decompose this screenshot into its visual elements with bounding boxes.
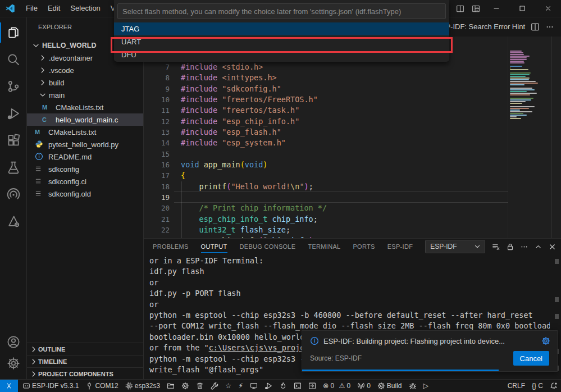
activity-item-esp-idf-explorer[interactable] bbox=[0, 181, 26, 208]
output-path-link[interactable]: c:\Users\cjs\vs_proje bbox=[209, 343, 305, 352]
activity-item-testing[interactable] bbox=[0, 154, 26, 181]
status-forwarded-ports[interactable]: 0 bbox=[354, 380, 374, 392]
activity-item-esp-idf-tools[interactable] bbox=[0, 208, 26, 235]
close-button[interactable] bbox=[535, 0, 561, 17]
panel-tab-debug-console[interactable]: DEBUG CONSOLE bbox=[240, 239, 296, 254]
code-line[interactable]: 9#include "sdkconfig.h" bbox=[144, 84, 508, 94]
status-language-mode[interactable]: {} C bbox=[528, 380, 546, 392]
code-line[interactable]: 18 printf("Hello world!\n"); bbox=[144, 181, 508, 192]
quick-pick-item-jtag[interactable]: JTAG bbox=[114, 22, 449, 35]
tree-item-pytest-hello-world-py[interactable]: pytest_hello_world.py bbox=[27, 138, 143, 151]
code-line[interactable]: 22 uint32_t flash_size; bbox=[144, 225, 508, 235]
line-number: 13 bbox=[144, 127, 170, 138]
activity-item-run-debug[interactable] bbox=[0, 100, 26, 127]
cancel-button[interactable]: Cancel bbox=[513, 351, 549, 366]
lock-scroll-icon[interactable] bbox=[506, 243, 514, 251]
status-device-target[interactable]: esp32s3 bbox=[122, 380, 163, 392]
code-line[interactable]: 12#include "esp_chip_info.h" bbox=[144, 116, 508, 127]
code-line[interactable]: 11#include "freertos/task.h" bbox=[144, 105, 508, 116]
code-line[interactable]: 17{ bbox=[144, 170, 508, 181]
code-line[interactable]: 13#include "esp_flash.h" bbox=[144, 127, 508, 138]
more-actions-icon[interactable] bbox=[545, 22, 554, 31]
panel-tab-ports[interactable]: PORTS bbox=[353, 239, 375, 254]
code-line[interactable]: 21 esp_chip_info_t chip_info; bbox=[144, 214, 508, 225]
status-full-clean[interactable] bbox=[193, 380, 207, 392]
status-serial-port[interactable]: COM12 bbox=[82, 380, 121, 392]
clear-output-icon[interactable] bbox=[492, 243, 500, 251]
code-editor[interactable]: 7#include <stdio.h>8#include <inttypes.h… bbox=[144, 37, 561, 238]
tree-item-sdkconfig[interactable]: sdkconfig bbox=[27, 163, 143, 175]
maximize-button[interactable] bbox=[509, 0, 535, 17]
panel-tab-esp-idf[interactable]: ESP-IDF bbox=[387, 239, 413, 254]
status-monitor-device[interactable] bbox=[247, 380, 261, 392]
maximize-panel-icon[interactable] bbox=[534, 243, 542, 251]
code-line[interactable]: 7#include <stdio.h> bbox=[144, 62, 508, 72]
minimize-button[interactable] bbox=[484, 0, 509, 17]
minimap[interactable] bbox=[508, 37, 552, 238]
quick-pick-item-uart[interactable]: UART bbox=[114, 35, 449, 48]
minimap-line bbox=[510, 101, 526, 102]
activity-item-extensions[interactable] bbox=[0, 127, 26, 154]
tree-item-readme-md[interactable]: README.md bbox=[27, 151, 143, 163]
activity-item-explorer[interactable] bbox=[0, 19, 26, 46]
status-remote-indicator[interactable] bbox=[0, 380, 18, 392]
panel-tab-terminal[interactable]: TERMINAL bbox=[308, 239, 340, 254]
quick-pick-item-dfu[interactable]: DFU bbox=[114, 48, 449, 61]
split-editor-icon[interactable] bbox=[531, 22, 540, 31]
tree-item-build[interactable]: build bbox=[27, 76, 143, 89]
status-flash-device[interactable]: ⚡ bbox=[235, 380, 247, 392]
status-build-task-running[interactable]: Build bbox=[374, 380, 405, 392]
tree-item--vscode[interactable]: .vscode bbox=[27, 64, 143, 76]
code-line[interactable]: 8#include <inttypes.h> bbox=[144, 72, 508, 83]
editor-scrollbar[interactable] bbox=[551, 37, 561, 238]
code-line[interactable]: 10#include "freertos/FreeRTOS.h" bbox=[144, 94, 508, 105]
status-open-project[interactable] bbox=[163, 380, 178, 392]
status-debug-device[interactable] bbox=[261, 380, 276, 392]
tree-item-cmakelists-txt[interactable]: MCMakeLists.txt bbox=[27, 101, 143, 113]
quick-pick-input[interactable] bbox=[118, 7, 445, 16]
panel-tab-output[interactable]: OUTPUT bbox=[201, 239, 227, 254]
menu-edit[interactable]: Edit bbox=[43, 2, 65, 15]
menu-file[interactable]: File bbox=[21, 2, 43, 15]
status-problems-counter[interactable]: ⊗0⚠0 bbox=[320, 380, 354, 392]
output-channel-select[interactable]: ESP-IDF bbox=[425, 240, 485, 253]
status-execute-custom-task[interactable] bbox=[305, 380, 320, 392]
customize-layout-icon[interactable] bbox=[468, 0, 484, 17]
panel-more-actions-icon[interactable] bbox=[520, 243, 528, 251]
minimap-line bbox=[510, 83, 538, 84]
code-line[interactable]: 15 bbox=[144, 149, 508, 159]
sidebar-section-outline[interactable]: OUTLINE bbox=[27, 343, 143, 355]
status-select-flash-method[interactable]: ☆ bbox=[222, 380, 235, 392]
status-eol-indicator[interactable]: CRLF bbox=[504, 380, 528, 392]
sidebar-section-timeline[interactable]: TIMELINE bbox=[27, 355, 143, 367]
activity-item-accounts[interactable] bbox=[0, 331, 26, 353]
close-panel-icon[interactable] bbox=[548, 243, 557, 251]
sidebar-section-project-components[interactable]: PROJECT COMPONENTS bbox=[27, 367, 143, 380]
status-build-project[interactable] bbox=[207, 380, 222, 392]
activity-item-source-control[interactable] bbox=[0, 73, 26, 100]
tree-item-main[interactable]: main bbox=[27, 89, 143, 101]
status-sdk-configuration[interactable] bbox=[178, 380, 193, 392]
tree-item-hello-world-main-c[interactable]: Chello_world_main.c bbox=[27, 113, 143, 126]
activity-item-search[interactable] bbox=[0, 46, 26, 73]
code-line[interactable]: 14#include "esp_system.h" bbox=[144, 138, 508, 148]
menu-selection[interactable]: Selection bbox=[65, 2, 105, 15]
panel-tab-problems[interactable]: PROBLEMS bbox=[153, 239, 189, 254]
status-esp-idf-version[interactable]: ESP-IDF v5.3.1 bbox=[19, 380, 82, 392]
tree-item-sdkconfig-old[interactable]: sdkconfig.old bbox=[27, 188, 143, 200]
code-line[interactable]: 20 /* Print chip information */ bbox=[144, 203, 508, 213]
scrollbar-mark bbox=[555, 259, 559, 264]
activity-item-manage[interactable] bbox=[0, 353, 26, 374]
status-notifications-bell[interactable] bbox=[546, 380, 561, 392]
tree-item-sdkconfig-ci[interactable]: sdkconfig.ci bbox=[27, 175, 143, 188]
tree-item-cmakelists-txt[interactable]: MCMakeLists.txt bbox=[27, 126, 143, 138]
status-run-task[interactable]: ▷ bbox=[420, 380, 432, 392]
notification-settings-icon[interactable] bbox=[541, 336, 550, 345]
code-line[interactable]: 19 bbox=[144, 192, 508, 203]
status-build-flash-monitor[interactable] bbox=[276, 380, 290, 392]
split-editor-icon[interactable] bbox=[452, 0, 468, 17]
minimap-line bbox=[510, 67, 510, 69]
status-debug-task[interactable] bbox=[405, 380, 420, 392]
code-line[interactable]: 16void app_main(void) bbox=[144, 159, 508, 170]
status-esp-idf-terminal[interactable] bbox=[290, 380, 305, 392]
